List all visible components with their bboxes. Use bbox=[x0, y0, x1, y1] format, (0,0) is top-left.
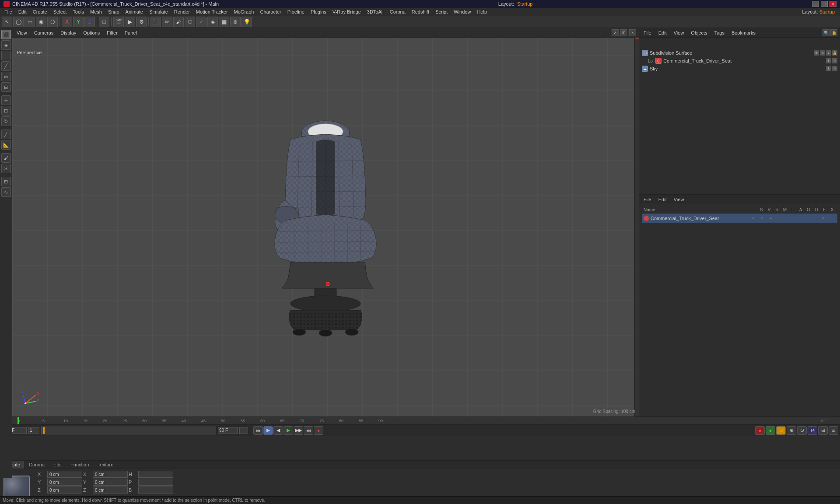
menu-redshift[interactable]: Redshift bbox=[409, 9, 432, 15]
viewport-menu-cameras[interactable]: Cameras bbox=[32, 30, 56, 36]
minimize-button[interactable]: ─ bbox=[812, 1, 819, 7]
props-menu-view[interactable]: View bbox=[672, 196, 686, 203]
toolbar-knife[interactable]: ⟋ bbox=[196, 17, 206, 27]
objects-menu-tags[interactable]: Tags bbox=[713, 30, 726, 36]
tl-icon-1[interactable]: ● bbox=[755, 426, 765, 435]
menu-corona[interactable]: Corona bbox=[387, 9, 408, 15]
props-menu-file[interactable]: File bbox=[642, 196, 653, 203]
object-truck-seat[interactable]: Lo ⬡ Commercial_Truck_Driver_Seat 👁 ✎ bbox=[639, 57, 840, 65]
toolbar-circle-select[interactable]: ◉ bbox=[36, 17, 46, 27]
menu-motion-tracker[interactable]: Motion Tracker bbox=[193, 9, 231, 15]
tool-move[interactable]: ✛ bbox=[1, 95, 11, 105]
tl-icon-7[interactable]: ⊞ bbox=[818, 426, 828, 435]
menu-character[interactable]: Character bbox=[257, 9, 284, 15]
objects-menu-view[interactable]: View bbox=[672, 30, 686, 36]
tab-function[interactable]: Function bbox=[66, 461, 93, 469]
menu-edit[interactable]: Edit bbox=[16, 9, 29, 15]
toolbar-brush[interactable]: 🖌 bbox=[173, 17, 184, 27]
toolbar-object-mode[interactable]: □ bbox=[99, 17, 109, 27]
go-to-start[interactable]: ⏮ bbox=[253, 426, 263, 435]
tool-model-mode[interactable]: ⬛ bbox=[1, 30, 11, 39]
tab-texture[interactable]: Texture bbox=[94, 461, 117, 469]
tool-measure[interactable]: 📐 bbox=[1, 140, 11, 150]
prop-object-row[interactable]: Commercial_Truck_Driver_Seat ✓ ✓ ✓ ✓ bbox=[642, 214, 837, 223]
menu-script[interactable]: Script bbox=[433, 9, 450, 15]
viewport-lock[interactable]: ⊞ bbox=[620, 29, 627, 36]
rx-input[interactable] bbox=[93, 471, 128, 478]
h-input[interactable] bbox=[138, 471, 173, 478]
play-forward[interactable]: ▶ bbox=[284, 426, 293, 435]
tool-uv-mode[interactable]: ⊞ bbox=[1, 82, 11, 92]
end-frame-input[interactable] bbox=[218, 427, 238, 434]
ry-input[interactable] bbox=[93, 479, 128, 486]
viewport-3d[interactable]: Perspective bbox=[12, 38, 639, 416]
seat-vis-icon[interactable]: 👁 bbox=[826, 58, 831, 63]
menu-create[interactable]: Create bbox=[30, 9, 50, 15]
end-frame-2[interactable] bbox=[239, 427, 248, 434]
tool-rotate[interactable]: ↻ bbox=[1, 116, 11, 126]
menu-render[interactable]: Render bbox=[172, 9, 192, 15]
objects-menu-edit[interactable]: Edit bbox=[657, 30, 668, 36]
toolbar-y-axis[interactable]: Y bbox=[73, 17, 84, 27]
tool-line[interactable]: ╱ bbox=[1, 130, 11, 139]
toolbar-render-settings[interactable]: ⚙ bbox=[136, 17, 147, 27]
record[interactable]: ● bbox=[314, 426, 323, 435]
maximize-button[interactable]: □ bbox=[821, 1, 828, 7]
y-input[interactable] bbox=[47, 479, 82, 486]
prev-frame[interactable]: ▶ bbox=[263, 426, 273, 435]
tab-edit[interactable]: Edit bbox=[49, 461, 66, 469]
toolbar-pencil[interactable]: ✏ bbox=[162, 17, 172, 27]
menu-window[interactable]: Window bbox=[451, 9, 473, 15]
menu-file[interactable]: File bbox=[2, 9, 15, 15]
toolbar-render-region[interactable]: 🎬 bbox=[113, 17, 124, 27]
toolbar-move[interactable]: ↖ bbox=[2, 17, 12, 27]
timeline-scrubber[interactable] bbox=[41, 427, 216, 434]
objects-menu-bookmarks[interactable]: Bookmarks bbox=[730, 30, 757, 36]
rz-input[interactable] bbox=[93, 486, 128, 494]
menu-mesh[interactable]: Mesh bbox=[88, 9, 105, 15]
main-viewport[interactable]: View Cameras Display Options Filter Pane… bbox=[12, 28, 639, 416]
object-subdivision-surface[interactable]: ⬡ Subdivision Surface 👁 ✎ ▲ 🔒 bbox=[639, 49, 840, 57]
x-input[interactable] bbox=[47, 471, 82, 478]
objects-menu-file[interactable]: File bbox=[642, 30, 653, 36]
toolbar-z-axis[interactable]: Z bbox=[84, 17, 95, 27]
tl-icon-2[interactable]: ● bbox=[766, 426, 775, 435]
toolbar-cube[interactable]: ⬛ bbox=[150, 17, 161, 27]
toolbar-tool5[interactable]: ◈ bbox=[207, 17, 218, 27]
toolbar-anim-tools[interactable]: ⊛ bbox=[230, 17, 241, 27]
fps-input[interactable] bbox=[28, 427, 39, 434]
tool-points-mode[interactable]: · bbox=[1, 51, 11, 60]
tool-grid[interactable]: ⊞ bbox=[1, 177, 11, 186]
b-input[interactable] bbox=[138, 486, 173, 494]
toolbar-eraser[interactable]: ⬡ bbox=[185, 17, 195, 27]
toolbar-polygon-select[interactable]: ⬡ bbox=[47, 17, 58, 27]
toolbar-select-live[interactable]: ◯ bbox=[13, 17, 24, 27]
viewport-menu-options[interactable]: Options bbox=[81, 30, 102, 36]
play-fast[interactable]: ▶▶ bbox=[294, 426, 303, 435]
menu-tools[interactable]: Tools bbox=[70, 9, 87, 15]
toolbar-display-mode[interactable]: ▦ bbox=[219, 17, 229, 27]
menu-simulate[interactable]: Simulate bbox=[147, 9, 171, 15]
tool-edges-mode[interactable]: ╱ bbox=[1, 61, 11, 71]
toolbar-rect-select[interactable]: ▭ bbox=[24, 17, 35, 27]
z-input[interactable] bbox=[47, 486, 82, 494]
tl-icon-8[interactable]: ≡ bbox=[829, 426, 838, 435]
toolbar-x-axis[interactable]: X bbox=[62, 17, 72, 27]
tool-texture-mode[interactable]: ◈ bbox=[1, 40, 11, 50]
tl-icon-6[interactable]: [P] bbox=[808, 426, 817, 435]
viewport-menu-display[interactable]: Display bbox=[59, 30, 78, 36]
menu-plugins[interactable]: Plugins bbox=[308, 9, 329, 15]
tool-polygons-mode[interactable]: ▭ bbox=[1, 72, 11, 81]
viewport-expand[interactable]: ⤢ bbox=[612, 29, 619, 36]
menu-help[interactable]: Help bbox=[474, 9, 490, 15]
sky-vis-icon[interactable]: 👁 bbox=[826, 66, 831, 71]
titlebar-controls[interactable]: ─ □ ✕ bbox=[812, 1, 836, 7]
viewport-menu-view[interactable]: View bbox=[15, 30, 29, 36]
menu-select[interactable]: Select bbox=[51, 9, 70, 15]
menu-pipeline[interactable]: Pipeline bbox=[285, 9, 307, 15]
toolbar-light[interactable]: 💡 bbox=[242, 17, 252, 27]
p-input[interactable] bbox=[138, 479, 173, 486]
objects-menu-objects[interactable]: Objects bbox=[689, 30, 709, 36]
viewport-menu-filter[interactable]: Filter bbox=[105, 30, 119, 36]
menu-animate[interactable]: Animate bbox=[123, 9, 146, 15]
